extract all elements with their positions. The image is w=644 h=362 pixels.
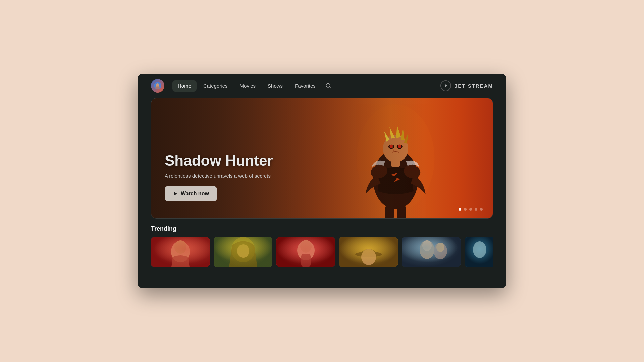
navbar: Home Categories Movies Shows Favorites J… — [138, 74, 506, 98]
svg-point-45 — [473, 241, 486, 258]
svg-point-39 — [420, 240, 434, 259]
thumbnail-4[interactable] — [339, 237, 398, 267]
svg-point-42 — [436, 243, 444, 252]
hero-content: Shadow Hunter A relentless detective unr… — [165, 152, 273, 201]
dot-2[interactable] — [464, 208, 467, 211]
carousel-dots — [459, 208, 483, 211]
svg-rect-34 — [339, 237, 398, 267]
thumbnail-6[interactable] — [465, 237, 493, 267]
app-screen: Home Categories Movies Shows Favorites J… — [138, 74, 506, 288]
hero-title: Shadow Hunter — [165, 152, 273, 169]
svg-rect-29 — [276, 237, 335, 267]
watch-now-label: Watch now — [181, 191, 209, 197]
svg-point-40 — [422, 240, 432, 251]
app-logo[interactable] — [151, 79, 164, 93]
nav-shows[interactable]: Shows — [262, 80, 288, 92]
svg-rect-33 — [339, 237, 398, 267]
svg-point-26 — [231, 237, 255, 262]
nav-favorites[interactable]: Favorites — [289, 80, 321, 92]
nav-categories[interactable]: Categories — [198, 80, 233, 92]
svg-marker-5 — [445, 84, 447, 87]
dot-1[interactable] — [459, 208, 461, 211]
svg-rect-38 — [402, 237, 461, 267]
svg-point-22 — [171, 241, 190, 262]
play-icon — [173, 191, 177, 196]
brand-name: JET STREAM — [454, 83, 493, 89]
thumbnails-row — [151, 237, 493, 267]
svg-point-2 — [155, 86, 160, 89]
nav-movies[interactable]: Movies — [234, 80, 261, 92]
thumbnail-3[interactable] — [276, 237, 335, 267]
watch-now-button[interactable]: Watch now — [165, 186, 217, 201]
dot-4[interactable] — [475, 208, 477, 211]
thumbnail-2[interactable] — [214, 237, 272, 267]
dot-5[interactable] — [480, 208, 483, 211]
svg-point-41 — [434, 243, 447, 259]
hero-description: A relentless detective unravels a web of… — [165, 173, 273, 179]
svg-point-35 — [355, 252, 382, 257]
dot-3[interactable] — [469, 208, 472, 211]
svg-rect-32 — [301, 254, 311, 267]
svg-point-30 — [297, 240, 315, 260]
hero-banner: Shadow Hunter A relentless detective unr… — [151, 98, 493, 219]
trending-title: Trending — [151, 225, 493, 232]
svg-point-31 — [300, 240, 312, 253]
thumbnail-5[interactable] — [402, 237, 461, 267]
svg-rect-20 — [151, 237, 210, 267]
nav-items: Home Categories Movies Shows Favorites — [172, 80, 438, 92]
main-content: Shadow Hunter A relentless detective unr… — [138, 98, 506, 288]
brand-logo: JET STREAM — [440, 80, 493, 91]
svg-point-36 — [361, 249, 376, 265]
svg-line-4 — [330, 87, 331, 88]
svg-marker-19 — [174, 192, 177, 196]
svg-rect-25 — [214, 237, 272, 267]
svg-point-23 — [174, 240, 186, 254]
svg-rect-37 — [402, 237, 461, 267]
svg-rect-21 — [151, 237, 210, 267]
trending-section: Trending — [151, 225, 493, 267]
svg-rect-28 — [276, 237, 335, 267]
brand-play-icon — [440, 80, 451, 91]
search-icon[interactable] — [322, 80, 334, 92]
svg-point-27 — [237, 244, 249, 258]
nav-home[interactable]: Home — [172, 80, 197, 92]
thumbnail-1[interactable] — [151, 237, 210, 267]
svg-rect-24 — [214, 237, 272, 267]
